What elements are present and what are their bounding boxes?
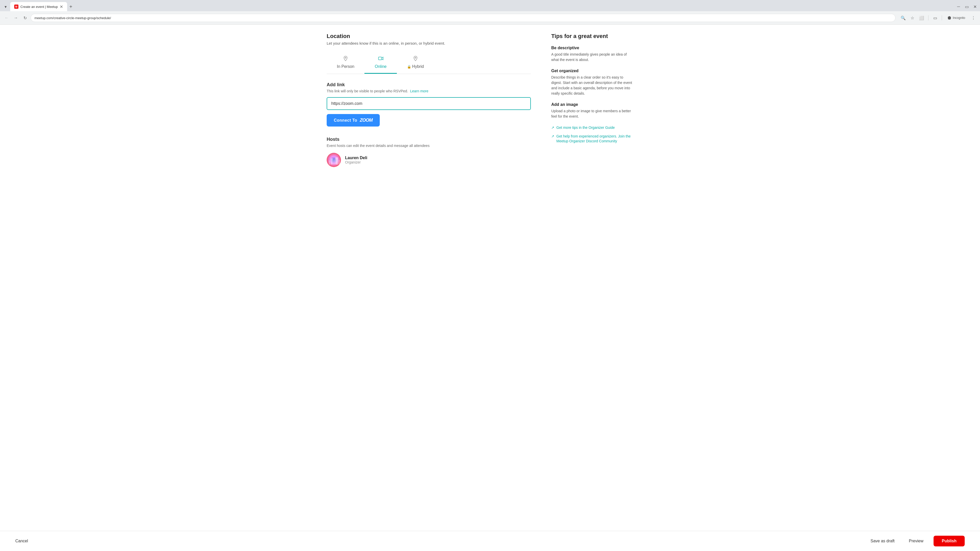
host-name: Lauren Deli — [345, 156, 367, 160]
tip-organized: Get organized Describe things in a clear… — [551, 68, 633, 96]
active-tab[interactable]: M Create an event | Meetup ✕ — [10, 2, 67, 11]
external-link-icon-1: ↗ — [551, 125, 554, 130]
hosts-title: Hosts — [327, 137, 531, 142]
hosts-desc: Event hosts can edit the event details a… — [327, 144, 531, 148]
svg-rect-2 — [329, 160, 330, 165]
page-layout: Location Let your attendees know if this… — [311, 25, 669, 175]
tips-title: Tips for a great event — [551, 33, 633, 40]
host-avatar — [327, 153, 341, 167]
svg-rect-0 — [378, 57, 382, 60]
main-content: Location Let your attendees know if this… — [327, 33, 531, 167]
tab-bar: ▾ M Create an event | Meetup ✕ + ─ ▭ ✕ — [0, 0, 980, 11]
incognito-badge: Incognito — [945, 15, 968, 21]
extensions-icon[interactable]: ⬜ — [918, 14, 925, 21]
connect-zoom-btn[interactable]: Connect To ZOOM — [327, 114, 380, 127]
tip-organized-heading: Get organized — [551, 68, 633, 73]
lock-icon: 🔒 — [407, 65, 411, 68]
organizer-guide-text: Get more tips in the Organizer Guide — [556, 125, 615, 130]
location-desc: Let your attendees know if this is an on… — [327, 41, 531, 45]
learn-more-link[interactable]: Learn more — [410, 89, 428, 93]
svg-rect-5 — [335, 157, 338, 165]
tab-title: Create an event | Meetup — [21, 5, 58, 9]
location-tabs: In Person Online — [327, 52, 531, 74]
zoom-logo: ZOOM — [360, 118, 372, 123]
forward-btn[interactable]: → — [12, 14, 19, 21]
svg-rect-4 — [333, 159, 335, 165]
add-link-area: Add link This link will only be visible … — [327, 82, 531, 127]
browser-chrome: ▾ M Create an event | Meetup ✕ + ─ ▭ ✕ ←… — [0, 0, 980, 25]
url-text: meetup.com/creative-circle-meetup-group/… — [35, 16, 111, 20]
connect-btn-prefix: Connect To — [334, 118, 357, 123]
search-icon[interactable]: 🔍 — [900, 14, 907, 21]
back-btn[interactable]: ← — [3, 14, 10, 21]
restore-btn[interactable]: ▭ — [964, 3, 970, 10]
menu-icon[interactable]: ⋮ — [970, 14, 977, 21]
location-title: Location — [327, 33, 531, 40]
nav-bar: ← → ↻ meetup.com/creative-circle-meetup-… — [0, 11, 980, 24]
tip-descriptive-heading: Be descriptive — [551, 46, 633, 50]
tip-image-heading: Add an image — [551, 102, 633, 107]
link-input[interactable] — [327, 97, 531, 110]
minimize-btn[interactable]: ─ — [956, 3, 962, 10]
toolbar-icons: 🔍 ☆ ⬜ ▭ Incognito ⋮ — [900, 14, 977, 21]
in-person-icon — [343, 56, 348, 63]
organizer-guide-link[interactable]: ↗ Get more tips in the Organizer Guide — [551, 125, 633, 130]
tip-image-text: Upload a photo or image to give members … — [551, 108, 633, 119]
location-section: Location Let your attendees know if this… — [327, 33, 531, 127]
tab-close-btn[interactable]: ✕ — [60, 4, 63, 9]
new-tab-btn[interactable]: + — [67, 3, 74, 10]
tab-online[interactable]: Online — [364, 52, 396, 74]
reload-btn[interactable]: ↻ — [21, 14, 29, 21]
tab-hybrid-label: Hybrid — [412, 64, 424, 69]
add-link-title: Add link — [327, 82, 531, 87]
online-icon — [378, 56, 383, 63]
incognito-label: Incognito — [953, 16, 965, 20]
discord-community-text: Get help from experienced organizers. Jo… — [556, 134, 633, 144]
svg-rect-6 — [339, 160, 340, 165]
tab-in-person-label: In Person — [337, 64, 354, 69]
page-body: Location Let your attendees know if this… — [0, 25, 980, 196]
host-info: Lauren Deli Organizer — [345, 156, 367, 164]
host-role: Organizer — [345, 160, 367, 164]
discord-community-link[interactable]: ↗ Get help from experienced organizers. … — [551, 134, 633, 144]
tab-in-person[interactable]: In Person — [327, 52, 364, 74]
tip-descriptive: Be descriptive A good title immediately … — [551, 46, 633, 62]
tip-image: Add an image Upload a photo or image to … — [551, 102, 633, 119]
bookmark-icon[interactable]: ☆ — [909, 14, 916, 21]
window-controls: ─ ▭ ✕ — [956, 3, 978, 10]
tab-hybrid[interactable]: 🔒 Hybrid — [397, 52, 434, 74]
external-link-icon-2: ↗ — [551, 134, 554, 138]
svg-rect-3 — [331, 159, 333, 165]
host-item: Lauren Deli Organizer — [327, 153, 531, 167]
tab-expand-btn[interactable]: ▾ — [2, 3, 9, 10]
tab-online-label: Online — [375, 64, 387, 69]
side-panel-icon[interactable]: ▭ — [932, 14, 939, 21]
tips-sidebar: Tips for a great event Be descriptive A … — [551, 33, 633, 167]
close-btn[interactable]: ✕ — [972, 3, 978, 10]
address-bar[interactable]: meetup.com/creative-circle-meetup-group/… — [30, 14, 896, 22]
hybrid-icon — [413, 56, 418, 63]
tip-organized-text: Describe things in a clear order so it's… — [551, 75, 633, 96]
hosts-section: Hosts Event hosts can edit the event det… — [327, 137, 531, 167]
add-link-desc: This link will only be visible to people… — [327, 89, 531, 93]
tip-descriptive-text: A good title immediately gives people an… — [551, 52, 633, 62]
tab-favicon: M — [14, 5, 18, 9]
